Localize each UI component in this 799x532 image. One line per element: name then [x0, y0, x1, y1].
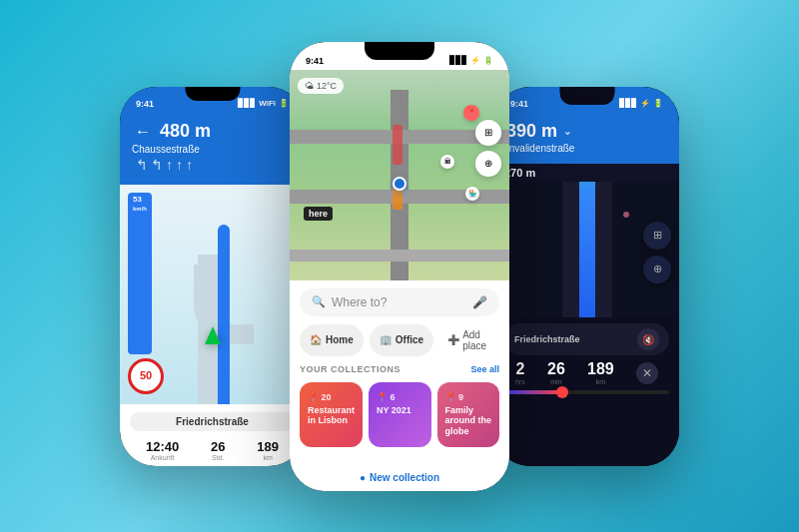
bottom-panel-right: Friedrichstraße 🔇 2 hrs 26 min 189 km ✕	[494, 317, 679, 466]
status-icons-right: ▊▊▊ ⚡ 🔋	[619, 99, 663, 108]
compass-btn-dark[interactable]: ⊕	[643, 256, 671, 283]
collection-family-count: 📍 9	[445, 392, 492, 402]
trip-mins-right: 26 min	[547, 360, 565, 385]
phone-left: 9:41 ▊▊▊ WiFi 🔋 ← 480 m Chaussestraße ↰ …	[120, 87, 305, 466]
trip-distance: 189 km	[257, 439, 279, 461]
nav-street-left: Chaussestraße	[132, 144, 293, 155]
add-place-btn[interactable]: ➕ Add place	[439, 324, 499, 356]
close-btn-dark[interactable]: ✕	[636, 362, 658, 384]
progress-bar-right	[504, 390, 669, 394]
bottom-panel-center: 🔍 Where to? 🎤 🏠 Home 🏢 Office ➕ Add plac…	[290, 280, 509, 491]
speed-limit-badge: 53km/h	[128, 193, 152, 354]
trip-duration: 26 Std.	[211, 439, 225, 461]
notch-left	[185, 87, 240, 101]
progress-dot-dark	[556, 386, 568, 398]
nav-header-left: ← 480 m Chaussestraße ↰ ↰ ↑ ↑ ↑	[120, 113, 305, 185]
home-icon: 🏠	[310, 334, 322, 345]
trip-stats-right: 2 hrs 26 min 189 km ✕	[504, 360, 669, 385]
map-controls-right: ⊞ ⊕	[643, 222, 671, 283]
map-right: ⊞ ⊕	[494, 182, 679, 318]
turn-row-left: ↰ ↰ ↑ ↑ ↑	[132, 155, 293, 175]
status-time-left: 9:41	[136, 99, 154, 109]
nav-marker-left	[205, 326, 221, 344]
far-poi	[623, 212, 629, 218]
my-location-dot	[393, 177, 406, 191]
collection-ny[interactable]: 📍 6 NY 2021	[369, 382, 431, 447]
collection-ny-count: 📍 6	[377, 392, 423, 402]
status-time-center: 9:41	[306, 56, 324, 66]
turn-icon-2: ↰	[151, 157, 163, 173]
home-btn[interactable]: 🏠 Home	[300, 324, 364, 356]
phone-right: 9:41 ▊▊▊ ⚡ 🔋 390 m ⌄ Invalidenstraße 270…	[494, 87, 679, 466]
collections-title: YOUR COLLECTIONS	[300, 364, 400, 374]
nav-street-right: Invalidenstraße	[506, 143, 667, 154]
road-center-h3	[290, 250, 509, 262]
new-collection-btn[interactable]: ● New collection	[290, 464, 509, 491]
cloud-icon: 🌤	[305, 81, 314, 91]
compass-btn[interactable]: ⊕	[475, 151, 501, 177]
collection-ny-title: NY 2021	[377, 405, 423, 416]
trip-hours-right: 2 hrs	[515, 360, 525, 385]
nav-distance-left: ← 480 m	[132, 121, 293, 143]
street-name-dark: Friedrichstraße 🔇	[504, 323, 669, 355]
traffic-jam	[393, 125, 402, 165]
turn-icon-5: ↑	[186, 157, 193, 173]
weather-badge: 🌤 12°C	[298, 78, 344, 94]
collection-restaurant-title: Restaurant in Lisbon	[308, 405, 355, 427]
collection-family-title: Family around the globe	[445, 405, 492, 437]
poi-2: 🏛	[440, 155, 454, 169]
turn-icon-4: ↑	[176, 157, 183, 173]
office-btn[interactable]: 🏢 Office	[370, 324, 433, 356]
trip-arrival: 12:40 Ankunft	[146, 439, 179, 461]
collection-family[interactable]: 📍 9 Family around the globe	[437, 382, 500, 447]
map-center: 🌤 12°C here 📍 🏛 🏪 ⊞ ⊕	[290, 70, 509, 280]
poi-3: 🏪	[465, 187, 479, 201]
mute-btn[interactable]: 🔇	[637, 328, 659, 350]
street-text-dark: Friedrichstraße	[514, 334, 580, 344]
notch-right	[559, 87, 614, 105]
map-left: 53km/h 50	[120, 185, 305, 404]
progress-fill-dark	[504, 390, 562, 394]
search-placeholder: Where to?	[332, 295, 466, 309]
collections-header: YOUR COLLECTIONS See all	[300, 364, 499, 374]
plus-icon: ●	[360, 472, 366, 483]
speed-badge-left: 50	[128, 358, 164, 394]
sub-distance-right: 270 m	[494, 164, 679, 182]
collection-restaurant-count: 📍 20	[308, 392, 355, 402]
collection-restaurant[interactable]: 📍 20 Restaurant in Lisbon	[300, 382, 363, 447]
progress-track-dark	[504, 390, 669, 394]
turn-icon-3: ↑	[166, 157, 173, 173]
quick-actions: 🏠 Home 🏢 Office ➕ Add place	[290, 324, 509, 356]
office-icon: 🏢	[380, 334, 392, 345]
nav-header-right: 390 m ⌄ Invalidenstraße	[494, 113, 679, 164]
phone-center: 9:41 ▊▊▊ ⚡ 🔋 🌤 12°C here	[290, 42, 509, 491]
status-icons-left: ▊▊▊ WiFi 🔋	[238, 99, 289, 108]
map-controls-center: ⊞ ⊕	[475, 120, 501, 177]
dark-route	[579, 182, 595, 318]
street-name-bar-left: Friedrichstraße	[130, 412, 295, 431]
trip-stats-left: 12:40 Ankunft 26 Std. 189 km	[130, 435, 295, 465]
turn-arrow-left: ←	[132, 121, 154, 143]
see-all-btn[interactable]: See all	[470, 364, 499, 374]
collections-section: YOUR COLLECTIONS See all 📍 20 Restaurant…	[290, 364, 509, 464]
turn-icon-1: ↰	[136, 157, 148, 173]
status-time-right: 9:41	[510, 99, 528, 109]
add-icon: ➕	[447, 334, 459, 345]
search-bar[interactable]: 🔍 Where to? 🎤	[300, 288, 499, 316]
status-icons-center: ▊▊▊ ⚡ 🔋	[449, 56, 493, 65]
route-blue-left	[218, 225, 230, 404]
layer-btn-dark[interactable]: ⊞	[643, 222, 671, 250]
nav-distance-right: 390 m ⌄	[506, 121, 667, 142]
layer-btn[interactable]: ⊞	[475, 120, 501, 146]
info-panel-left: Friedrichstraße 12:40 Ankunft 26 Std. 18…	[120, 404, 305, 466]
dropdown-arrow: ⌄	[563, 126, 571, 137]
notch-center	[365, 42, 434, 60]
collection-cards: 📍 20 Restaurant in Lisbon 📍 6 NY 2021 📍 …	[300, 382, 499, 447]
search-icon: 🔍	[312, 295, 326, 308]
trip-distance-right: 189 km	[587, 360, 614, 385]
mic-icon: 🎤	[472, 295, 487, 309]
here-logo: here	[304, 207, 333, 221]
poi-1: 📍	[463, 105, 479, 121]
